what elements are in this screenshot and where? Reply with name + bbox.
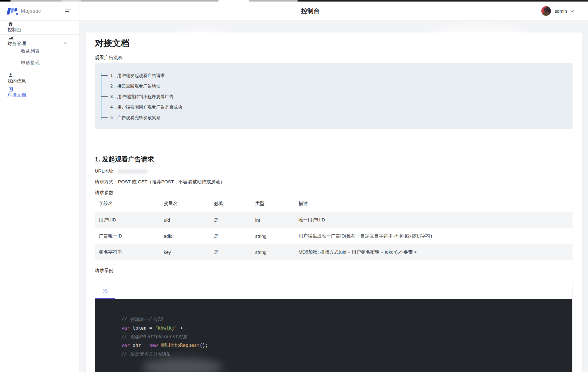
code-line: var token = 'khwlkj' + [121,324,566,332]
cell: 是 [210,212,251,228]
tab-js-label: JS [102,288,108,293]
flow-line: ├── 5．广告观看完毕发放奖励 [100,115,160,120]
table-row: 用户UID uid 是 int 唯一用户UID [95,212,573,228]
sidebar-group-finance[interactable]: 财务管理 [0,35,79,48]
code-op: = [149,325,155,331]
code-keyword: new [149,343,160,348]
cell: 唯一用户UID [294,212,573,228]
user-icon [7,72,14,78]
table-header-row: 字段名 变量名 必填 类型 描述 [95,195,573,212]
cell: 用户UID [95,212,160,228]
main-area: 控制台 admin 对接文档 观看广告流程 ├── 1．用户端发起观看广告请求 … [79,2,588,372]
flow-line: │ [100,78,102,83]
code-keyword: var [121,325,133,331]
sidebar-item-label: 对接文档 [7,92,26,97]
sidebar-item-label: 我的信息 [7,78,26,83]
flow-line: ├── 3．用户端跳转到小程序观看广告 [100,94,173,99]
code-var: token [133,325,149,331]
user-name: admin [554,8,567,14]
content-area: 对接文档 观看广告流程 ├── 1．用户端发起观看广告请求 │ ├── 2．接口… [79,21,588,372]
code-class: XMLHttpRequest [160,343,199,348]
method-line: 请求方式：POST 或 GET（推荐POST，不容易被劫持或屏蔽） [95,179,573,185]
col-header: 字段名 [95,195,160,212]
cell: uid [160,212,210,228]
sub-item-label: 申请提现 [21,60,40,65]
code-comment: // 设置请求方法和URL [121,351,171,357]
flow-line: ├── 2．接口返回观看广告地址 [100,83,160,88]
code-comment: // 创建XMLHttpRequest对象 [121,334,188,340]
sidebar-toggle-icon[interactable] [65,10,71,14]
sidebar-item-label: 控制台 [7,27,21,32]
table-row: 签名字符串 key 是 string MD5加密: 拼接方式(uid + 用户签… [95,244,573,260]
active-tab-indicator [95,298,115,299]
col-header: 必填 [210,195,251,212]
doc-card: 对接文档 观看广告流程 ├── 1．用户端发起观看广告请求 │ ├── 2．接口… [86,32,582,372]
top-header: 控制台 admin [79,2,588,21]
code-line: var xhr = new XMLHttpRequest(); [121,341,566,350]
brand[interactable]: Majestic [0,2,79,21]
col-header: 变量名 [160,195,210,212]
code-op: (); [200,343,208,348]
chevron-up-icon [63,40,67,45]
cell: 是 [210,228,251,244]
cell: string [251,228,294,244]
flow-diagram-box: ├── 1．用户端发起观看广告请求 │ ├── 2．接口返回观看广告地址 │ ├… [95,63,573,129]
col-header: 类型 [251,195,294,212]
table-row: 广告唯一ID adid 是 string 用户端生成唯一广告ID(推荐：自定义自… [95,228,573,244]
code-op: = [144,343,149,348]
code-keyword: var [121,343,133,348]
code-comment: // 创建唯一广告ID [121,317,163,322]
chevron-down-icon [570,10,574,12]
col-header: 描述 [294,195,573,212]
tab-js[interactable]: JS [95,282,115,299]
user-menu[interactable]: admin [541,6,588,16]
code-tab-bar: JS [95,282,572,299]
sidebar-item-docs[interactable]: 对接文档 [0,86,79,100]
cell: 用户端生成唯一广告ID(推荐：自定义自字符串+时间戳+随机字符) [294,228,573,244]
params-label: 请求参数: [95,190,573,195]
cell: 是 [210,244,251,260]
brand-name: Majestic [21,8,41,14]
sidebar-item-withdraw[interactable]: 申请提现 [0,60,79,72]
flow-label: 观看广告流程 [95,55,573,60]
cell: key [160,244,210,260]
cell: int [251,212,294,228]
flow-line: │ [100,110,102,115]
home-icon [7,21,14,27]
cell: adid [160,228,210,244]
redacted-url [118,170,147,173]
sidebar-item-dashboard[interactable]: 控制台 [0,21,79,34]
code-example-card: JS // 创建唯一广告ID var token = 'khwlkj' + //… [95,282,573,372]
code-var: xhr [133,343,144,348]
header-title-zone: 控制台 [79,7,541,15]
code-op: + [180,325,183,331]
majestic-logo-icon [7,7,19,15]
cell: string [251,244,294,260]
sidebar-item-profile[interactable]: 我的信息 [0,72,79,86]
document-icon [7,86,14,92]
cell: MD5加密: 拼接方式(uid + 用户签名密钥 + token),不要带 + [294,244,573,260]
doc-title: 对接文档 [95,38,573,49]
sub-item-label: 收益列表 [21,48,40,53]
app-shell: Majestic 控制台 财务管理 [0,2,588,372]
example-label: 请求示例: [95,268,573,273]
sidebar-group-label: 财务管理 [7,41,26,46]
flow-line: ├── 4．用户端检测用户观看广告是否成功 [100,105,182,109]
section-title: 1. 发起观看广告请求 [95,155,573,163]
params-table: 字段名 变量名 必填 类型 描述 用户UID uid 是 int [95,195,573,260]
flow-line: │ [100,99,102,104]
sidebar-item-income-list[interactable]: 收益列表 [0,48,79,60]
sidebar-nav: 控制台 财务管理 收益列表 申请提现 [0,21,79,100]
flow-line: │ [100,89,102,94]
cell: 广告唯一ID [95,228,160,244]
code-string: 'khwlkj' [155,325,180,331]
finance-chart-icon [7,35,14,41]
section-divider [95,151,573,151]
page-title: 控制台 [301,7,320,15]
url-label: URL地址: [95,168,115,173]
avatar [541,6,551,16]
sidebar: Majestic 控制台 财务管理 [0,2,79,372]
flow-tree: ├── 1．用户端发起观看广告请求 │ ├── 2．接口返回观看广告地址 │ ├… [100,73,568,120]
url-line: URL地址: [95,168,573,174]
code-block: // 创建唯一广告ID var token = 'khwlkj' + // 创建… [95,299,572,372]
